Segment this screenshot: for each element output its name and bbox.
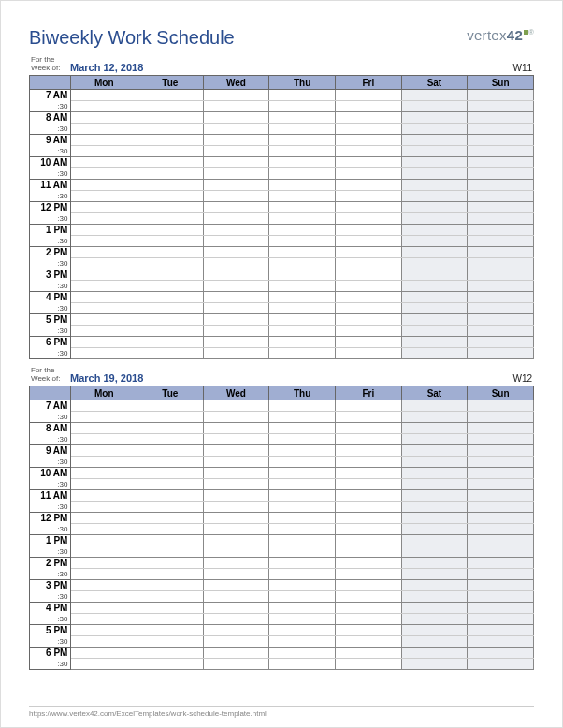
schedule-cell[interactable] <box>335 236 401 247</box>
schedule-cell[interactable] <box>335 101 401 112</box>
schedule-cell[interactable] <box>203 445 269 457</box>
schedule-cell[interactable] <box>335 659 401 670</box>
schedule-cell[interactable] <box>401 659 468 670</box>
schedule-cell[interactable] <box>71 580 137 591</box>
schedule-cell[interactable] <box>468 513 534 524</box>
schedule-cell[interactable] <box>335 636 401 648</box>
schedule-cell[interactable] <box>468 625 534 636</box>
schedule-cell[interactable] <box>137 412 204 423</box>
schedule-cell[interactable] <box>137 513 204 524</box>
schedule-cell[interactable] <box>401 337 468 348</box>
schedule-cell[interactable] <box>468 524 534 535</box>
schedule-cell[interactable] <box>137 202 204 213</box>
schedule-cell[interactable] <box>203 348 269 359</box>
schedule-cell[interactable] <box>335 625 401 636</box>
schedule-cell[interactable] <box>203 603 269 614</box>
schedule-cell[interactable] <box>401 348 468 359</box>
schedule-cell[interactable] <box>71 636 137 648</box>
schedule-cell[interactable] <box>71 423 137 434</box>
schedule-cell[interactable] <box>203 580 269 591</box>
schedule-cell[interactable] <box>269 124 336 135</box>
schedule-cell[interactable] <box>335 412 401 423</box>
schedule-cell[interactable] <box>269 445 336 457</box>
schedule-cell[interactable] <box>269 580 336 591</box>
schedule-cell[interactable] <box>71 326 137 337</box>
schedule-cell[interactable] <box>203 135 269 146</box>
schedule-cell[interactable] <box>468 326 534 337</box>
schedule-cell[interactable] <box>401 202 468 213</box>
schedule-cell[interactable] <box>71 236 137 247</box>
schedule-cell[interactable] <box>71 112 137 124</box>
schedule-cell[interactable] <box>137 281 204 292</box>
schedule-cell[interactable] <box>335 135 401 146</box>
schedule-cell[interactable] <box>269 101 336 112</box>
schedule-cell[interactable] <box>335 569 401 580</box>
schedule-cell[interactable] <box>468 247 534 258</box>
schedule-cell[interactable] <box>269 337 336 348</box>
schedule-cell[interactable] <box>468 337 534 348</box>
schedule-cell[interactable] <box>269 146 336 157</box>
schedule-cell[interactable] <box>137 479 204 490</box>
schedule-cell[interactable] <box>137 269 204 281</box>
schedule-cell[interactable] <box>269 348 336 359</box>
schedule-cell[interactable] <box>269 258 336 269</box>
schedule-cell[interactable] <box>335 490 401 502</box>
schedule-cell[interactable] <box>71 659 137 670</box>
schedule-cell[interactable] <box>401 236 468 247</box>
schedule-cell[interactable] <box>401 247 468 258</box>
schedule-cell[interactable] <box>137 468 204 479</box>
schedule-cell[interactable] <box>468 434 534 445</box>
schedule-cell[interactable] <box>137 648 204 659</box>
schedule-cell[interactable] <box>269 269 336 281</box>
schedule-cell[interactable] <box>137 558 204 569</box>
schedule-cell[interactable] <box>468 546 534 558</box>
schedule-cell[interactable] <box>335 258 401 269</box>
schedule-cell[interactable] <box>269 90 336 101</box>
schedule-cell[interactable] <box>269 625 336 636</box>
schedule-cell[interactable] <box>401 112 468 124</box>
schedule-cell[interactable] <box>71 546 137 558</box>
schedule-cell[interactable] <box>468 191 534 202</box>
schedule-cell[interactable] <box>335 434 401 445</box>
schedule-cell[interactable] <box>203 191 269 202</box>
schedule-cell[interactable] <box>468 603 534 614</box>
schedule-cell[interactable] <box>203 659 269 670</box>
schedule-cell[interactable] <box>468 558 534 569</box>
schedule-cell[interactable] <box>401 535 468 546</box>
schedule-cell[interactable] <box>203 457 269 468</box>
schedule-cell[interactable] <box>137 457 204 468</box>
schedule-cell[interactable] <box>71 625 137 636</box>
schedule-cell[interactable] <box>401 614 468 625</box>
schedule-cell[interactable] <box>401 191 468 202</box>
schedule-cell[interactable] <box>203 546 269 558</box>
schedule-cell[interactable] <box>203 400 269 412</box>
schedule-cell[interactable] <box>137 101 204 112</box>
schedule-cell[interactable] <box>401 569 468 580</box>
schedule-cell[interactable] <box>401 648 468 659</box>
schedule-cell[interactable] <box>269 326 336 337</box>
schedule-cell[interactable] <box>335 124 401 135</box>
schedule-cell[interactable] <box>137 303 204 314</box>
schedule-cell[interactable] <box>203 269 269 281</box>
schedule-cell[interactable] <box>468 124 534 135</box>
schedule-cell[interactable] <box>71 124 137 135</box>
schedule-cell[interactable] <box>203 213 269 225</box>
schedule-cell[interactable] <box>401 326 468 337</box>
schedule-cell[interactable] <box>71 135 137 146</box>
schedule-cell[interactable] <box>137 314 204 326</box>
schedule-cell[interactable] <box>203 112 269 124</box>
schedule-cell[interactable] <box>335 281 401 292</box>
schedule-cell[interactable] <box>401 135 468 146</box>
schedule-cell[interactable] <box>335 326 401 337</box>
schedule-cell[interactable] <box>335 400 401 412</box>
schedule-cell[interactable] <box>335 112 401 124</box>
schedule-cell[interactable] <box>269 191 336 202</box>
schedule-cell[interactable] <box>269 112 336 124</box>
schedule-cell[interactable] <box>269 558 336 569</box>
schedule-cell[interactable] <box>71 412 137 423</box>
schedule-cell[interactable] <box>401 400 468 412</box>
schedule-cell[interactable] <box>137 258 204 269</box>
schedule-cell[interactable] <box>401 479 468 490</box>
schedule-cell[interactable] <box>269 468 336 479</box>
schedule-cell[interactable] <box>335 614 401 625</box>
